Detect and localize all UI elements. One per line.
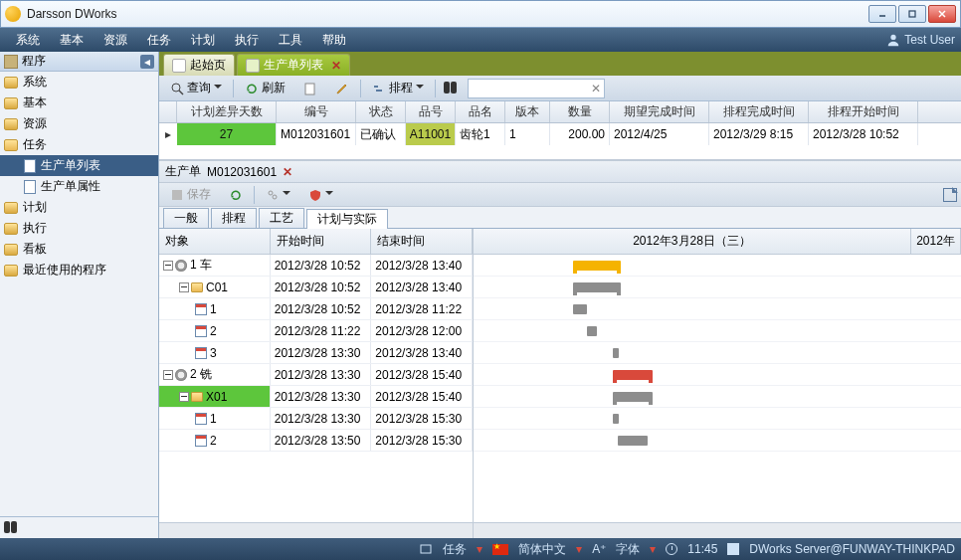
gantt-bar[interactable]	[613, 348, 619, 358]
detail-refresh-button[interactable]	[222, 185, 250, 205]
clear-search-icon[interactable]: ✕	[588, 82, 604, 95]
sidebar-item-执行[interactable]: 执行	[0, 218, 158, 239]
subtab-plan-actual[interactable]: 计划与实际	[306, 209, 388, 229]
gear-icon	[175, 369, 187, 381]
tree-row[interactable]: 1 车2012/3/28 10:522012/3/28 13:40	[159, 255, 473, 277]
chevron-down-icon	[283, 191, 290, 199]
cell-expect: 2012/4/25	[610, 123, 709, 145]
sidebar-item-最近使用的程序[interactable]: 最近使用的程序	[0, 260, 158, 280]
gantt-bar[interactable]	[573, 282, 621, 292]
status-font[interactable]: 字体	[616, 541, 640, 558]
col-deviation[interactable]: 计划差异天数	[177, 101, 277, 122]
query-button[interactable]: 查询	[163, 79, 229, 98]
query-label: 查询	[187, 80, 211, 96]
status-language[interactable]: 简体中文	[518, 541, 566, 558]
col-object[interactable]: 对象	[159, 229, 271, 254]
col-status[interactable]: 状态	[356, 101, 406, 122]
col-start-time[interactable]: 开始时间	[271, 229, 372, 254]
menu-execute[interactable]: 执行	[225, 28, 269, 52]
tree-row[interactable]: 12012/3/28 10:522012/3/28 11:22	[159, 298, 473, 320]
gantt-bar[interactable]	[573, 304, 587, 314]
tree-label: 3	[210, 346, 217, 360]
menu-help[interactable]: 帮助	[312, 28, 356, 52]
col-name[interactable]: 品名	[456, 101, 505, 122]
sidebar-item-任务[interactable]: 任务	[0, 134, 158, 155]
tree-end: 2012/3/28 15:40	[371, 386, 473, 407]
gantt-body[interactable]	[474, 255, 961, 522]
collapse-icon[interactable]	[163, 261, 173, 271]
sidebar-item-计划[interactable]: 计划	[0, 197, 158, 218]
current-user[interactable]: Test User	[886, 33, 955, 47]
collapse-icon[interactable]	[163, 370, 173, 380]
menu-resource[interactable]: 资源	[94, 28, 137, 52]
col-expect[interactable]: 期望完成时间	[610, 101, 709, 122]
col-version[interactable]: 版本	[505, 101, 550, 122]
col-no[interactable]: 编号	[277, 101, 356, 122]
tree-row[interactable]: 12012/3/28 13:302012/3/28 15:30	[159, 408, 473, 430]
status-task[interactable]: 任务	[443, 541, 467, 558]
subtab-process[interactable]: 工艺	[259, 208, 304, 228]
collapse-icon[interactable]	[179, 282, 189, 292]
search-input[interactable]	[469, 82, 588, 95]
tree-hscroll[interactable]	[159, 522, 473, 538]
gantt-bar[interactable]	[587, 326, 597, 336]
cell-deviation: 27	[177, 123, 277, 145]
sidebar-item-生产单属性[interactable]: 生产单属性	[0, 176, 158, 197]
grid-row[interactable]: ▸ 27 M012031601 已确认 A11001 齿轮1 1 200.00 …	[159, 123, 961, 145]
menu-tool[interactable]: 工具	[269, 28, 312, 52]
sidebar-item-生产单列表[interactable]: 生产单列表	[0, 155, 158, 176]
minimize-button[interactable]	[868, 5, 896, 23]
popout-button[interactable]	[943, 188, 957, 202]
shield-button[interactable]	[301, 185, 340, 205]
menu-basic[interactable]: 基本	[50, 28, 94, 52]
close-button[interactable]	[928, 5, 956, 23]
gantt-hscroll[interactable]	[474, 522, 961, 538]
binoculars-icon[interactable]	[4, 521, 20, 535]
tree-start: 2012/3/28 10:52	[271, 255, 372, 276]
gantt-bar[interactable]	[613, 392, 653, 402]
col-end-time[interactable]: 结束时间	[371, 229, 473, 254]
tree-row[interactable]: C012012/3/28 10:522012/3/28 13:40	[159, 277, 473, 298]
refresh-button[interactable]: 刷新	[238, 79, 292, 98]
tree-row[interactable]: X012012/3/28 13:302012/3/28 15:40	[159, 386, 473, 408]
tab-production-order-list[interactable]: 生产单列表 ✕	[237, 54, 350, 76]
gantt-bar[interactable]	[618, 436, 648, 446]
col-item[interactable]: 品号	[406, 101, 456, 122]
sidebar-item-看板[interactable]: 看板	[0, 239, 158, 260]
save-button[interactable]: 保存	[163, 185, 218, 205]
sidebar-item-资源[interactable]: 资源	[0, 113, 158, 134]
new-button[interactable]	[296, 79, 324, 98]
gantt-bar[interactable]	[613, 370, 653, 380]
tree-row[interactable]: 32012/3/28 13:302012/3/28 13:40	[159, 342, 473, 364]
tab-start[interactable]: 起始页	[163, 54, 235, 76]
subtab-schedule[interactable]: 排程	[211, 208, 257, 228]
gantt-bar[interactable]	[613, 414, 619, 424]
tab-overflow-icon[interactable]	[941, 62, 957, 76]
menu-system[interactable]: 系统	[6, 28, 50, 52]
schedule-label: 排程	[389, 80, 413, 96]
tab-close-icon[interactable]: ✕	[331, 59, 341, 73]
col-sched-start[interactable]: 排程开始时间	[809, 101, 918, 122]
tree-row[interactable]: 22012/3/28 13:502012/3/28 15:30	[159, 430, 473, 452]
tree-row[interactable]: 22012/3/28 11:222012/3/28 12:00	[159, 320, 473, 342]
link-button[interactable]	[259, 185, 297, 205]
sidebar-collapse-button[interactable]: ◂	[140, 55, 154, 69]
maximize-button[interactable]	[898, 5, 926, 23]
edit-button[interactable]	[328, 79, 356, 98]
menu-plan[interactable]: 计划	[181, 28, 225, 52]
menu-task[interactable]: 任务	[137, 28, 181, 52]
find-icon[interactable]	[444, 82, 460, 95]
gantt-bar[interactable]	[573, 261, 621, 271]
sidebar-item-系统[interactable]: 系统	[0, 72, 158, 93]
tree-row[interactable]: 2 铣2012/3/28 13:302012/3/28 15:40	[159, 364, 473, 386]
col-qty[interactable]: 数量	[550, 101, 610, 122]
sidebar-item-基本[interactable]: 基本	[0, 93, 158, 113]
collapse-icon[interactable]	[179, 392, 189, 402]
detail-title-id: M012031601	[207, 165, 277, 179]
detail-close-icon[interactable]: ✕	[283, 165, 292, 179]
grid-header: 计划差异天数 编号 状态 品号 品名 版本 数量 期望完成时间 排程完成时间 排…	[159, 101, 961, 123]
col-sched-end[interactable]: 排程完成时间	[709, 101, 809, 122]
schedule-button[interactable]: 排程	[365, 79, 431, 98]
subtab-general[interactable]: 一般	[163, 208, 209, 228]
sidebar: 程序 ◂ 系统基本资源任务生产单列表生产单属性计划执行看板最近使用的程序	[0, 52, 159, 538]
